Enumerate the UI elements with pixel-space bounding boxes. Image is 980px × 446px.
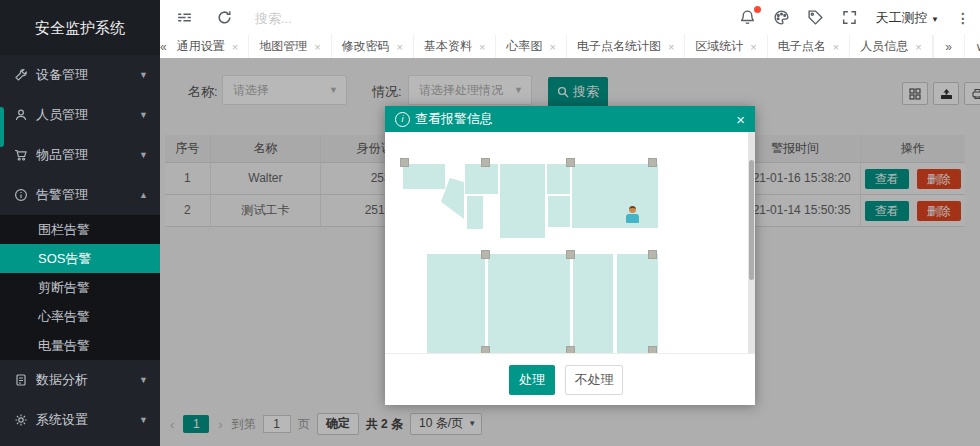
modal-header: i 查看报警信息 × [385,106,755,132]
info-icon: i [395,112,410,127]
alarm-submenu: 围栏告警 SOS告警 剪断告警 心率告警 电量告警 [0,215,160,360]
modal-title: 查看报警信息 [415,110,493,128]
sidebar-item-label: 人员管理 [36,107,88,122]
chevron-down-icon: ▼ [139,95,148,135]
map-handle [481,250,490,259]
no-handle-button[interactable]: 不处理 [565,365,623,395]
sidebar-item-sos-alarm[interactable]: SOS告警 [0,244,160,273]
sidebar-item-alarm[interactable]: 告警管理 ▲ [0,175,160,215]
map-room [617,254,658,353]
tab-close-icon[interactable]: × [232,41,238,53]
tab-rollcall-chart[interactable]: 电子点名统计图× [567,35,685,58]
map-handle [566,250,575,259]
tab-general-settings[interactable]: 通用设置× [167,35,249,58]
sidebar-item-battery-alarm[interactable]: 电量告警 [0,331,160,360]
chevron-down-icon: ▼ [139,135,148,175]
sidebar-item-label: 数据分析 [36,372,88,387]
alert-info-icon [14,188,28,202]
sidebar-item-cut-alarm[interactable]: 剪断告警 [0,273,160,302]
theme-palette-icon[interactable] [773,9,790,26]
sidebar-item-label: 设备管理 [36,67,88,82]
notifications-bell-icon[interactable] [739,9,756,26]
tab-close-icon[interactable]: × [479,41,485,53]
tab-close-icon[interactable]: × [314,41,320,53]
app-window: 安全监护系统 设备管理 ▼ 人员管理 ▼ 物品管理 ▼ [0,0,980,446]
tab-rollcall[interactable]: 电子点名× [768,35,850,58]
map-handle [481,346,490,353]
sidebar-item-personnel[interactable]: 人员管理 ▼ [0,95,160,135]
fullscreen-icon[interactable] [841,9,858,26]
global-search-input[interactable]: 搜索... [255,10,292,28]
tab-bar-right: » ∨ [933,35,980,58]
tab-close-icon[interactable]: × [397,41,403,53]
close-icon[interactable]: × [736,112,745,127]
chevron-down-icon: ▼ [931,15,939,24]
sidebar-item-heartrate-alarm[interactable]: 心率告警 [0,302,160,331]
tab-close-icon[interactable]: × [750,41,756,53]
map-room [572,164,658,228]
map-room [488,254,570,353]
modal-scrollbar[interactable] [748,132,755,353]
map-handle [648,158,657,167]
map-handle [648,346,657,353]
sidebar-item-label: 系统设置 [36,412,88,427]
tab-close-icon[interactable]: × [549,41,555,53]
chevron-up-icon: ▲ [139,175,148,215]
map-handle [566,158,575,167]
sidebar-item-label: 告警管理 [36,187,88,202]
chevron-down-icon: ▼ [139,55,148,95]
map-room [548,196,570,227]
map-room [573,254,613,353]
tab-close-icon[interactable]: × [668,41,674,53]
tab-area-stats[interactable]: 区域统计× [685,35,767,58]
map-handle [481,158,490,167]
tabs-scroll-left-icon[interactable]: « [160,35,167,58]
tabs-menu-icon[interactable]: ∨ [964,35,980,58]
user-icon [14,108,28,122]
notification-badge [754,6,761,13]
tab-bar: « 通用设置× 地图管理× 修改密码× 基本资料× 心率图× 电子点名统计图× … [160,35,980,59]
view-alarm-modal: i 查看报警信息 × [385,106,755,404]
sidebar-item-settings[interactable]: 系统设置 ▼ [0,400,160,440]
sidebar-item-items[interactable]: 物品管理 ▼ [0,135,160,175]
tab-map-management[interactable]: 地图管理× [249,35,331,58]
map-room [467,196,483,229]
chevron-down-icon: ▼ [139,400,148,440]
tabs-scroll-right-icon[interactable]: » [933,35,964,58]
tab-basic-info[interactable]: 基本资料× [414,35,496,58]
tab-change-password[interactable]: 修改密码× [332,35,414,58]
sidebar: 安全监护系统 设备管理 ▼ 人员管理 ▼ 物品管理 ▼ [0,0,160,446]
chevron-down-icon: ▼ [139,360,148,400]
scrollbar-thumb[interactable] [749,160,754,280]
map-room [547,164,570,194]
more-options-icon[interactable]: ⋮ [956,10,970,26]
sidebar-item-analysis[interactable]: 数据分析 ▼ [0,360,160,400]
app-title: 安全监护系统 [0,0,160,55]
map-handle [400,158,409,167]
clipboard-icon [14,373,28,387]
map-handle [566,346,575,353]
sidebar-item-device[interactable]: 设备管理 ▼ [0,55,160,95]
top-navbar: 搜索... 天工测控 ▼ ⋮ [160,0,980,36]
map-room [403,164,445,189]
sidebar-item-fence-alarm[interactable]: 围栏告警 [0,215,160,244]
modal-footer: 处理 不处理 [385,353,755,405]
user-menu[interactable]: 天工测控 ▼ [875,9,939,27]
sidebar-item-label: 物品管理 [36,147,88,162]
tools-icon [14,68,28,82]
refresh-icon[interactable] [216,9,233,26]
tab-close-icon[interactable]: × [833,41,839,53]
gear-icon [14,413,28,427]
collapse-menu-icon[interactable] [176,9,193,26]
navbar-actions: 天工测控 ▼ ⋮ [739,0,970,35]
username-label: 天工测控 [875,10,927,25]
map-handle [648,250,657,259]
map-room [500,164,545,238]
tab-heartrate-chart[interactable]: 心率图× [496,35,566,58]
tab-close-icon[interactable]: × [915,41,921,53]
map-room [427,254,485,353]
tag-icon[interactable] [807,9,824,26]
person-marker-icon[interactable] [625,206,639,225]
tab-personnel-info[interactable]: 人员信息× [850,35,932,58]
handle-button[interactable]: 处理 [509,365,555,395]
